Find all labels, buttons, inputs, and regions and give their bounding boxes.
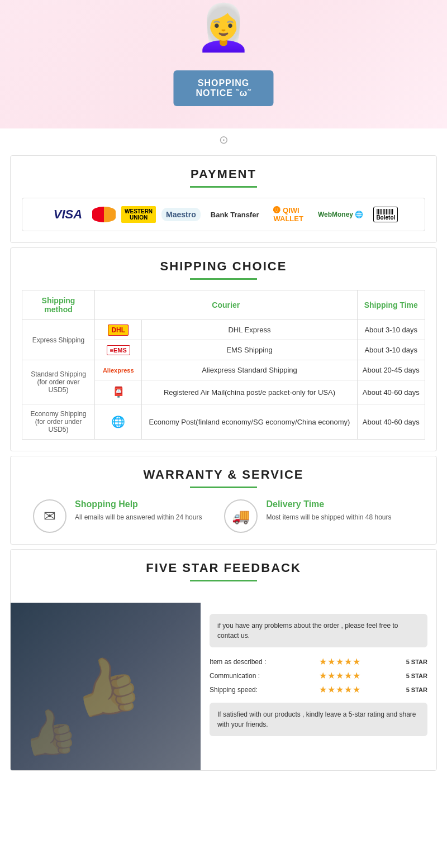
shipping-table: Shipping method Courier Shipping Time Ex…	[22, 290, 425, 440]
post-name: Registered Air Mail(china post/e packet-…	[142, 380, 357, 404]
star-count-communication: 5 STAR	[406, 673, 427, 679]
thumbs-up-icon-2: 👍	[18, 702, 82, 764]
warranty-underline	[190, 487, 257, 488]
shipping-title: SHIPPING CHOICE	[22, 259, 425, 274]
warranty-title: WARRANTY & SERVICE	[22, 468, 425, 482]
table-row: Standard Shipping(for order over USD5) A…	[22, 360, 425, 380]
post-time: About 40-60 days	[357, 380, 425, 404]
un-name: Economy Post(finland economy/SG economy/…	[142, 404, 357, 440]
feedback-image: 👍 👍	[11, 603, 201, 770]
dhl-logo-cell: DHL	[95, 320, 142, 340]
feedback-underline	[190, 580, 257, 581]
table-row: Economy Shipping(for order under USD5) 🌐…	[22, 404, 425, 440]
un-logo-cell: 🌐	[95, 404, 142, 440]
ems-logo: ≡EMS	[107, 345, 130, 355]
ali-logo: Aliexpress	[100, 366, 137, 375]
feedback-right-panel: if you have any problems about the order…	[201, 603, 436, 770]
table-row: Express Shipping DHL DHL Express About 3…	[22, 320, 425, 340]
dhl-time: About 3-10 days	[357, 320, 425, 340]
payment-underline	[190, 186, 257, 188]
truck-icon-circle: 🚚	[224, 499, 258, 533]
dhl-name: DHL Express	[142, 320, 357, 340]
notice-line1: SHOPPING	[196, 78, 251, 88]
stars-communication: ★★★★★	[319, 670, 361, 681]
un-time: About 40-60 days	[357, 404, 425, 440]
rating-label-described: Item as described :	[210, 658, 277, 666]
post-logo-cell: 📮	[95, 380, 142, 404]
feedback-title-area: FIVE STAR FEEDBACK	[11, 550, 436, 603]
feedback-ratings: Item as described : ★★★★★ 5 STAR Communi…	[210, 656, 427, 695]
shopping-help-item: ✉ Shopping Help All emails will be answe…	[33, 499, 202, 533]
chevron-icon: ⊙	[0, 128, 447, 151]
feedback-title: FIVE STAR FEEDBACK	[22, 561, 425, 575]
ali-time: About 20-45 days	[357, 360, 425, 380]
shipping-underline	[190, 278, 257, 280]
shipping-section: SHIPPING CHOICE Shipping method Courier …	[10, 247, 437, 451]
delivery-time-text: Delivery Time Most items will be shipped…	[266, 499, 391, 522]
rating-row-shipping: Shipping speed: ★★★★★ 5 STAR	[210, 684, 427, 695]
hero-section: 👩‍🦳 SHOPPING NOTICE ˜ω˜	[0, 0, 447, 128]
ems-name: EMS Shipping	[142, 340, 357, 360]
col-method: Shipping method	[22, 290, 95, 320]
qiwi-icon: 🅠 QIWIWALLET	[269, 204, 307, 225]
warranty-section: WARRANTY & SERVICE ✉ Shopping Help All e…	[10, 456, 437, 545]
hero-character: 👩‍🦳	[196, 6, 251, 50]
stars-described: ★★★★★	[319, 656, 361, 667]
webmoney-icon: WebMoney 🌐	[313, 208, 368, 221]
bank-transfer-icon: Bank Transfer	[206, 208, 264, 221]
warranty-items: ✉ Shopping Help All emails will be answe…	[22, 499, 425, 533]
email-icon-circle: ✉	[33, 499, 66, 533]
payment-title: PAYMENT	[22, 167, 425, 182]
feedback-top-bubble: if you have any problems about the order…	[210, 614, 427, 647]
post-logo: 📮	[112, 387, 125, 398]
un-logo: 🌐	[111, 416, 125, 428]
notice-box: SHOPPING NOTICE ˜ω˜	[173, 70, 273, 106]
economy-method: Economy Shipping(for order under USD5)	[22, 404, 95, 440]
delivery-time-heading: Delivery Time	[266, 499, 391, 509]
payment-section: PAYMENT VISA WESTERNUNION Maestro Bank T…	[10, 155, 437, 243]
rating-row-described: Item as described : ★★★★★ 5 STAR	[210, 656, 427, 667]
email-icon: ✉	[44, 508, 56, 525]
shopping-help-desc: All emails will be answered within 24 ho…	[75, 512, 202, 522]
dhl-logo: DHL	[108, 325, 129, 336]
feedback-bottom-bubble: If satisfied with our products , kindly …	[210, 703, 427, 736]
notice-line2: NOTICE ˜ω˜	[196, 88, 251, 98]
delivery-time-item: 🚚 Delivery Time Most items will be shipp…	[224, 499, 391, 533]
payment-icons-row: VISA WESTERNUNION Maestro Bank Transfer …	[22, 198, 425, 231]
visa-icon: VISA	[49, 205, 87, 224]
boletol-icon: |||||||||||Boletol	[373, 207, 398, 222]
thumbs-up-icon: 👍	[63, 646, 148, 727]
col-time: Shipping Time	[357, 290, 425, 320]
mastercard-icon	[92, 207, 116, 222]
feedback-section: FIVE STAR FEEDBACK 👍 👍 if you have any p…	[10, 549, 437, 771]
western-union-icon: WESTERNUNION	[121, 206, 156, 223]
stars-shipping: ★★★★★	[319, 684, 361, 695]
col-courier: Courier	[95, 290, 358, 320]
shopping-help-heading: Shopping Help	[75, 499, 202, 509]
rating-row-communication: Communication : ★★★★★ 5 STAR	[210, 670, 427, 681]
star-count-described: 5 STAR	[406, 659, 427, 665]
ems-logo-cell: ≡EMS	[95, 340, 142, 360]
ems-time: About 3-10 days	[357, 340, 425, 360]
feedback-content: 👍 👍 if you have any problems about the o…	[11, 603, 436, 770]
delivery-time-desc: Most items will be shipped within 48 hou…	[266, 512, 391, 522]
maestro-icon: Maestro	[161, 208, 201, 221]
ali-logo-cell: Aliexpress	[95, 360, 142, 380]
star-count-shipping: 5 STAR	[406, 686, 427, 693]
truck-icon: 🚚	[232, 508, 250, 525]
rating-label-communication: Communication :	[210, 672, 277, 680]
shopping-help-text: Shopping Help All emails will be answere…	[75, 499, 202, 522]
rating-label-shipping: Shipping speed:	[210, 686, 277, 694]
express-method: Express Shipping	[22, 320, 95, 360]
standard-method: Standard Shipping(for order over USD5)	[22, 360, 95, 404]
ali-name: Aliexpress Standard Shipping	[142, 360, 357, 380]
